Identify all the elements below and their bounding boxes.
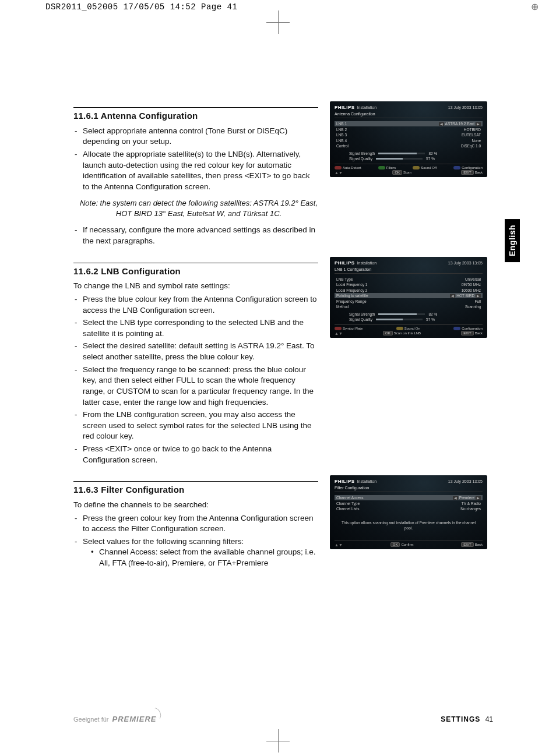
row-method[interactable]: MethodScanning: [335, 304, 483, 309]
exit-button[interactable]: EXIT: [461, 170, 473, 175]
foot-sound[interactable]: Sound Off: [421, 166, 437, 169]
ok-button[interactable]: OK: [392, 170, 402, 175]
s2-li4: Select the frequency range to be scanned…: [73, 365, 318, 408]
filter-message: This option allows scanning and installa…: [340, 521, 477, 531]
brand: PHILIPS: [335, 479, 355, 484]
row-lf2[interactable]: Local Frequency 210600 MHz: [335, 288, 483, 293]
s1-li2: Allocate the appropriate satellite(s) to…: [73, 149, 318, 193]
s2-li3: Select the desired satellite: default se…: [73, 341, 318, 362]
footer-suited: Geeignet für: [73, 716, 109, 723]
datetime: 13 July 2003 13:05: [448, 261, 483, 265]
cropmark-top: [266, 10, 290, 34]
ok-button[interactable]: OK: [390, 542, 400, 547]
s3-sub1: Channel Access: select from the availabl…: [83, 547, 318, 568]
row-lnb3[interactable]: LNB 3EUTELSAT: [335, 132, 483, 137]
footer: Geeignet für PREMIERE SETTINGS 41: [73, 715, 493, 723]
heading-lnb-config: 11.6.2 LNB Configuration: [73, 266, 318, 278]
heading-antenna-config: 11.6.1 Antenna Configuration: [73, 110, 318, 122]
s1-note: Note: the system can detect the followin…: [79, 198, 318, 219]
page: DSR2011_052005 17/05/05 14:52 Page 41 ⊕ …: [0, 0, 556, 756]
foot-scan[interactable]: Scan on this LNB: [394, 331, 421, 335]
cropmark-bottom: [266, 729, 290, 753]
crop-header: DSR2011_052005 17/05/05 14:52 Page 41: [45, 2, 237, 12]
foot-symbol[interactable]: Symbol Rate: [343, 327, 363, 330]
foot-config[interactable]: Configuration: [462, 327, 483, 330]
sig-strength-label: Signal Strength: [349, 312, 375, 316]
ok-button[interactable]: OK: [383, 331, 393, 335]
foot-sound[interactable]: Sound On: [404, 327, 420, 330]
brand: PHILIPS: [335, 105, 355, 110]
sig-strength-val: 82 %: [428, 151, 437, 156]
sig-quality-label: Signal Quality: [349, 157, 372, 161]
brand-sub: Installation: [357, 261, 376, 265]
row-point[interactable]: Pointing to satellite◀ HOT BIRD ▶: [335, 293, 483, 298]
s2-li5: From the LNB configuration screen, you m…: [73, 409, 318, 442]
row-lnb2[interactable]: LNB 2HOTBIRD: [335, 127, 483, 132]
row-lnb4[interactable]: LNB 4None: [335, 138, 483, 143]
s2-intro: To change the LNB and symbol rate settin…: [73, 281, 318, 292]
foot-confirm[interactable]: Confirm: [401, 543, 413, 546]
datetime: 13 July 2003 13:05: [448, 479, 483, 483]
row-range[interactable]: Frequency RangeFull: [335, 299, 483, 304]
footer-section: SETTINGS: [441, 715, 480, 723]
sig-quality-label: Signal Quality: [349, 317, 372, 322]
page-number: 41: [485, 715, 493, 723]
crop-glyph: ⊕: [531, 1, 539, 12]
content: 11.6.1 Antenna Configuration Select appr…: [73, 101, 493, 579]
exit-button[interactable]: EXIT: [461, 331, 473, 335]
heading-filter-config: 11.6.3 Filter Configuration: [73, 484, 318, 496]
foot-filters[interactable]: Filters: [386, 166, 396, 169]
s3-intro: To define the channels to be searched:: [73, 500, 318, 511]
sig-strength-val: 82 %: [428, 312, 437, 316]
row-access[interactable]: Channel Access◀ Premiere ▶: [335, 495, 483, 500]
row-clists[interactable]: Channel ListsNo changes: [335, 506, 483, 511]
nav-arrows-icon: ▲▼: [335, 171, 343, 175]
sig-quality-val: 57 %: [426, 157, 435, 161]
s2-li2: Select the LNB type corresponding to the…: [73, 317, 318, 339]
scr-title: Antenna Configuration: [335, 112, 483, 118]
brand-sub: Installation: [357, 479, 376, 483]
brand: PHILIPS: [335, 260, 355, 266]
screenshot-lnb: PHILIPSInstallation 13 July 2003 13:05 L…: [330, 257, 487, 338]
foot-back[interactable]: Back: [475, 331, 483, 335]
row-control[interactable]: ControlDiSEqC 1.0: [335, 143, 483, 149]
foot-back[interactable]: Back: [475, 543, 483, 546]
row-ctype[interactable]: Channel TypeTV & Radio: [335, 501, 483, 506]
foot-config[interactable]: Configuration: [462, 166, 483, 169]
row-lnb1[interactable]: LNB 1◀ ASTRA 19.2 East ▶: [335, 121, 483, 126]
s2-li6: Press <EXIT> once or twice to go back to…: [73, 444, 318, 465]
screenshot-filter: PHILIPSInstallation 13 July 2003 13:05 F…: [330, 475, 487, 549]
s1-li1: Select appropriate antenna control (Tone…: [73, 126, 318, 147]
sig-strength-label: Signal Strength: [349, 151, 375, 156]
premiere-logo: PREMIERE: [112, 715, 161, 723]
s2-li1: Press the blue colour key from the Anten…: [73, 294, 318, 316]
exit-button[interactable]: EXIT: [461, 542, 473, 547]
s3-li2: Select values for the following scanning…: [73, 536, 318, 569]
row-lf1[interactable]: Local Frequency 109750 MHz: [335, 282, 483, 287]
sig-quality-val: 57 %: [426, 317, 435, 322]
scr-title: LNB 1 Configuration: [335, 267, 483, 274]
row-type[interactable]: LNB TypeUniversal: [335, 277, 483, 282]
foot-auto[interactable]: Auto-Detect: [343, 166, 361, 169]
foot-scan[interactable]: Scan: [403, 171, 411, 174]
s3-li1: Press the green colour key from the Ante…: [73, 513, 318, 535]
scr-title: Filter Configuration: [335, 486, 483, 492]
s1-li3: If necessary, configure the more advance…: [73, 225, 318, 246]
foot-back[interactable]: Back: [475, 171, 483, 174]
datetime: 13 July 2003 13:05: [448, 105, 483, 109]
screenshot-antenna: PHILIPSInstallation 13 July 2003 13:05 A…: [330, 101, 487, 177]
nav-arrows-icon: ▲▼: [335, 543, 343, 547]
brand-sub: Installation: [357, 105, 376, 109]
language-tab: English: [505, 219, 520, 262]
nav-arrows-icon: ▲▼: [335, 331, 343, 335]
